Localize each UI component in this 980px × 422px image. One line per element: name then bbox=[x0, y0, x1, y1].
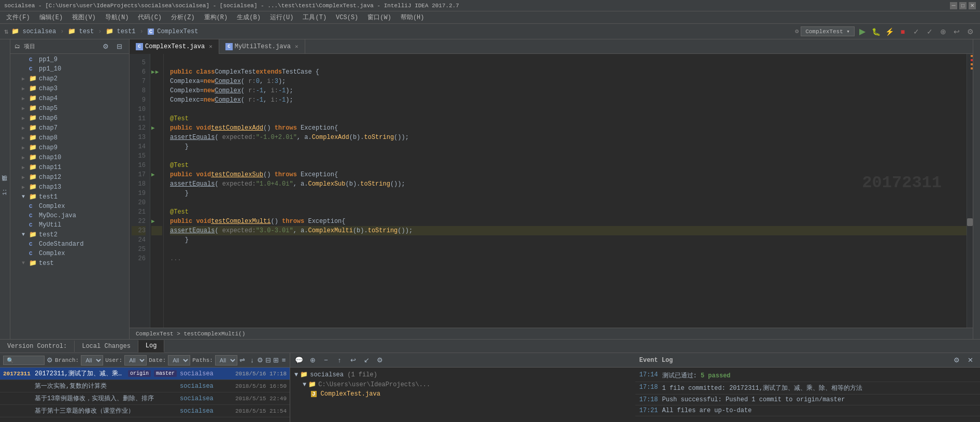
vc-expand-btn[interactable]: ⊞ bbox=[273, 355, 279, 366]
vc-user-select[interactable]: All bbox=[124, 355, 147, 365]
tab-complextest[interactable]: C ComplexTest.java ✕ bbox=[130, 39, 219, 54]
sidebar-collapse-btn[interactable]: ⊟ bbox=[113, 41, 125, 52]
event-log-settings-btn[interactable]: ⚙ bbox=[951, 355, 962, 366]
sidebar-item-chap5[interactable]: ▶ 📁 chap5 bbox=[10, 103, 129, 113]
vc-btn1[interactable]: ↓ bbox=[249, 355, 255, 366]
vc-refresh-btn[interactable]: ⇌ bbox=[239, 355, 245, 366]
tab-close-myutiltest[interactable]: ✕ bbox=[295, 43, 299, 50]
tab-local-changes[interactable]: Local Changes bbox=[75, 341, 138, 352]
vc-commit-row-active[interactable]: 20172311 20172311,测试了加、减、乘、除、相等的方法 origi… bbox=[0, 368, 290, 380]
tree-arrow-icon: ▶ bbox=[22, 105, 29, 111]
vc-settings-btn[interactable]: ⚙ bbox=[47, 355, 53, 366]
sidebar-item-chap8[interactable]: ▶ 📁 chap8 bbox=[10, 133, 129, 143]
menu-build[interactable]: 生成(B) bbox=[233, 12, 265, 23]
vc-date-select[interactable]: All bbox=[168, 355, 190, 365]
sidebar-item-chap2[interactable]: ▶ 📁 chap2 bbox=[10, 74, 129, 83]
vc-commit-row-2[interactable]: 第一次实验,复数的计算类 socialsea 2018/5/16 16:50 bbox=[0, 380, 290, 392]
breadcrumb-complextest[interactable]: ComplexTest bbox=[157, 28, 198, 35]
close-button[interactable]: ✕ bbox=[969, 2, 976, 9]
sidebar-item-pp1-9[interactable]: C pp1_9 bbox=[10, 55, 129, 64]
sidebar-item-codestandard[interactable]: C CodeStandard bbox=[10, 240, 129, 249]
run-icon2[interactable]: ▶ bbox=[155, 67, 159, 77]
toolbar-btn4[interactable]: ⚙ bbox=[964, 26, 976, 37]
sidebar-item-chap12[interactable]: ▶ 📁 chap12 bbox=[10, 172, 129, 182]
sidebar-item-chap4[interactable]: ▶ 📁 chap4 bbox=[10, 93, 129, 103]
stop-button[interactable]: ■ bbox=[897, 26, 908, 37]
run-icon3[interactable]: ▶ bbox=[151, 123, 155, 133]
menu-analyze[interactable]: 分析(Z) bbox=[167, 12, 199, 23]
scrollbar-thumb[interactable] bbox=[967, 218, 973, 226]
sidebar-item-test[interactable]: ▼ 📁 test bbox=[10, 258, 129, 268]
vc-filter-btn[interactable]: ≡ bbox=[281, 355, 287, 366]
event-log-close-btn[interactable]: ✕ bbox=[964, 355, 976, 366]
run-icon5[interactable]: ▶ bbox=[151, 217, 155, 226]
file-group-socialsea[interactable]: ▼ 📁 socialsea (1 file) bbox=[290, 370, 635, 379]
file-btn6[interactable]: ↙ bbox=[361, 355, 372, 366]
run-icon[interactable]: ▶ bbox=[151, 67, 155, 77]
sidebar-item-myutil[interactable]: C MyUtil bbox=[10, 220, 129, 230]
run-config-label[interactable]: ComplexTest ▾ bbox=[801, 26, 855, 36]
breadcrumb-test1[interactable]: test1 bbox=[117, 28, 135, 35]
tab-myutiltest[interactable]: C MyUtilTest.java ✕ bbox=[219, 39, 305, 54]
run-coverage-button[interactable]: ⚡ bbox=[884, 26, 895, 37]
vc-btn3[interactable]: ⊟ bbox=[265, 355, 271, 366]
vc-commit-row-3[interactable]: 基于13章例题修改，实现插入、删除、排序 socialsea 2018/5/15… bbox=[0, 392, 290, 405]
menu-code[interactable]: 代码(C) bbox=[134, 12, 166, 23]
run-button[interactable]: ▶ bbox=[857, 26, 868, 37]
sidebar-item-chap9[interactable]: ▶ 📁 chap9 bbox=[10, 143, 129, 152]
file-btn4[interactable]: ↑ bbox=[334, 355, 345, 366]
sidebar-item-chap10[interactable]: ▶ 📁 chap10 bbox=[10, 152, 129, 162]
tab-version-control[interactable]: Version Control: bbox=[0, 341, 75, 352]
tab-log[interactable]: Log bbox=[138, 340, 165, 353]
menu-edit[interactable]: 编辑(E) bbox=[35, 12, 67, 23]
toolbar-btn3[interactable]: ⊕ bbox=[938, 26, 949, 37]
menu-navigate[interactable]: 导航(N) bbox=[101, 12, 133, 23]
breadcrumb-socialsea[interactable]: 📁 bbox=[11, 27, 19, 35]
file-path-item[interactable]: ▼ 📁 C:\Users\user\IdeaProjects\... bbox=[290, 379, 635, 389]
breadcrumb-socialsea-label[interactable]: socialsea bbox=[22, 28, 56, 35]
menu-refactor[interactable]: 重构(R) bbox=[200, 12, 232, 23]
menu-vcs[interactable]: VCS(S) bbox=[332, 13, 362, 22]
menu-tools[interactable]: 工具(T) bbox=[299, 12, 331, 23]
toolbar-btn1[interactable]: ✓ bbox=[911, 26, 922, 37]
code-content[interactable]: public class ComplexTest extends TestCas… bbox=[164, 54, 973, 328]
debug-button[interactable]: 🐛 bbox=[870, 26, 882, 37]
vc-btn2[interactable]: ⚙ bbox=[257, 355, 263, 366]
file-btn2[interactable]: ⊕ bbox=[307, 355, 318, 366]
file-btn1[interactable]: 💬 bbox=[293, 355, 305, 366]
run-icon4[interactable]: ▶ bbox=[151, 170, 155, 179]
sidebar-item-chap11[interactable]: ▶ 📁 chap11 bbox=[10, 162, 129, 172]
project-panel-label[interactable]: 1: 项目 bbox=[0, 183, 10, 198]
file-btn3[interactable]: − bbox=[320, 355, 332, 366]
tab-close-complextest[interactable]: ✕ bbox=[209, 43, 212, 50]
maximize-button[interactable]: □ bbox=[959, 2, 967, 9]
file-complextest[interactable]: J ComplexTest.java bbox=[290, 389, 635, 399]
vc-paths-select[interactable]: All bbox=[215, 355, 237, 365]
sidebar-item-chap7[interactable]: ▶ 📁 chap7 bbox=[10, 123, 129, 133]
vc-branch-select[interactable]: All bbox=[81, 355, 103, 365]
minimize-button[interactable]: ─ bbox=[950, 2, 957, 9]
menu-window[interactable]: 窗口(W) bbox=[363, 12, 395, 23]
menu-file[interactable]: 文件(F) bbox=[2, 12, 34, 23]
toolbar-btn2[interactable]: ✓ bbox=[924, 26, 935, 37]
breadcrumb-test[interactable]: test bbox=[79, 28, 94, 35]
file-btn5[interactable]: ↩ bbox=[347, 355, 359, 366]
undo-button[interactable]: ↩ bbox=[951, 26, 962, 37]
sidebar-settings-btn[interactable]: ⚙ bbox=[100, 41, 111, 52]
menu-view[interactable]: 视图(V) bbox=[68, 12, 100, 23]
sidebar-item-complex2[interactable]: C Complex bbox=[10, 249, 129, 258]
sidebar-item-chap13[interactable]: ▶ 📁 chap13 bbox=[10, 182, 129, 192]
sidebar-item-complex[interactable]: C Complex bbox=[10, 202, 129, 211]
sidebar-item-mydoc[interactable]: C MyDoc.java bbox=[10, 211, 129, 220]
sidebar-item-chap3[interactable]: ▶ 📁 chap3 bbox=[10, 83, 129, 93]
scrollbar-right[interactable] bbox=[967, 54, 973, 328]
menu-run[interactable]: 运行(U) bbox=[266, 12, 298, 23]
sidebar-item-test1[interactable]: ▼ 📁 test1 bbox=[10, 192, 129, 202]
sidebar-item-chap6[interactable]: ▶ 📁 chap6 bbox=[10, 113, 129, 123]
menu-help[interactable]: 帮助(H) bbox=[396, 12, 429, 23]
sidebar-item-test2[interactable]: ▼ 📁 test2 bbox=[10, 230, 129, 240]
vc-commit-row-4[interactable]: 基于第十三章题的修改（课堂作业） socialsea 2018/5/15 21:… bbox=[0, 405, 290, 417]
vc-search-input[interactable] bbox=[3, 356, 45, 365]
sidebar-item-pp1-10[interactable]: C pp1_10 bbox=[10, 64, 129, 74]
file-btn7[interactable]: ⚙ bbox=[374, 355, 386, 366]
